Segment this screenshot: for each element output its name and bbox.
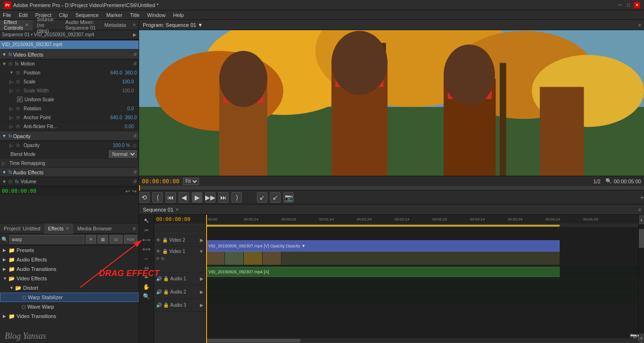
a3-lock-icon[interactable]: 🔒 (163, 302, 169, 308)
menu-marker[interactable]: Marker (106, 12, 122, 18)
tree-item-wave-warp[interactable]: ⬡ Wave Warp (0, 302, 139, 311)
v1-fx-icon[interactable]: fx (161, 256, 165, 261)
a3-arrow[interactable]: ▶ (200, 302, 204, 308)
tree-item-audio-effects[interactable]: ▶ 📁 Audio Effects (0, 255, 139, 264)
razor-tool[interactable]: ✂ (144, 227, 149, 234)
timeline-clip[interactable]: VID_20150926_092307.mp4 (0, 41, 139, 49)
v1-eye-icon[interactable]: 👁 (156, 249, 161, 254)
insert-button[interactable]: ↙ (257, 192, 267, 203)
position-toggle[interactable]: ▼ (9, 70, 16, 75)
v1-sync-icon[interactable]: ⟳ (156, 256, 160, 261)
32bit-button[interactable]: 32 (109, 235, 123, 244)
opacity-value-toggle[interactable]: ▷ (9, 143, 16, 148)
overwrite-button[interactable]: ↙ (270, 192, 281, 203)
step-forward-button[interactable]: ⏭ (218, 192, 229, 203)
volume-reset[interactable]: ↺ (133, 179, 137, 184)
menu-clip[interactable]: Clip (59, 12, 68, 18)
tab-effect-controls-close[interactable]: ✕ (25, 23, 29, 27)
anchor-point-toggle[interactable]: ▷ (9, 115, 16, 120)
audio-effects-reset[interactable]: ↺ (133, 170, 137, 175)
slide-tool[interactable]: ⇔ (144, 265, 149, 271)
opacity-reset[interactable]: ↺ (133, 133, 137, 139)
audio1-clip[interactable]: VID_20150926_092307.mp4 [A] (206, 267, 560, 277)
loop-button[interactable]: ⟲ (139, 192, 149, 203)
tree-item-presets[interactable]: ▶ 📁 Presets (0, 245, 139, 255)
tree-item-video-transitions[interactable]: ▶ 📁 Video Transitions (0, 311, 139, 321)
rotation-value[interactable]: 0.0 (127, 106, 134, 111)
video-effects-reset[interactable]: ↺ (133, 52, 137, 57)
v1-lock-icon[interactable]: 🔒 (162, 249, 168, 254)
tab-effects[interactable]: Effects ✕ (44, 223, 74, 234)
fit-select[interactable]: Fit (183, 178, 199, 185)
a3-mute-icon[interactable]: 🔊 (156, 302, 162, 308)
opacity-value[interactable]: 100.0 % (113, 143, 130, 148)
anchor-point-y[interactable]: 360.0 (125, 115, 137, 120)
scroll-thumb[interactable] (639, 229, 644, 248)
a2-lock-icon[interactable]: 🔒 (163, 289, 169, 294)
search-input[interactable] (9, 235, 84, 244)
monitor-menu-button[interactable]: ≡ (636, 22, 644, 28)
rotation-stopwatch[interactable]: ◷ (16, 106, 23, 111)
anchor-point-x[interactable]: 640.0 (110, 115, 122, 120)
scroll-down-button[interactable]: ▼ (639, 334, 644, 343)
frame-forward-button[interactable]: ▶▶ (205, 192, 215, 203)
scale-toggle[interactable]: ▷ (9, 79, 16, 84)
v2-arrow[interactable]: ▶ (200, 237, 204, 243)
motion-toggle[interactable]: ▼ (2, 61, 8, 66)
tab-effects-close[interactable]: ✕ (66, 226, 69, 231)
menu-file[interactable]: File (3, 12, 11, 18)
tab-metadata[interactable]: Metadata (100, 20, 130, 30)
close-button[interactable]: ✕ (634, 2, 640, 8)
menu-edit[interactable]: Edit (19, 12, 28, 18)
timeline-menu-button[interactable]: ≡ (636, 207, 644, 212)
scale-value[interactable]: 100.0 (122, 79, 134, 84)
a2-mute-icon[interactable]: 🔊 (156, 289, 162, 294)
selection-tool[interactable]: ↖ (144, 217, 149, 224)
time-remapping-toggle[interactable]: ▷ (2, 161, 8, 166)
motion-reset[interactable]: ↺ (133, 61, 137, 66)
tree-item-audio-transitions[interactable]: ▶ 📁 Audio Transitions (0, 264, 139, 274)
pen-tool[interactable]: ✒ (144, 274, 149, 281)
volume-toggle[interactable]: ▼ (2, 179, 8, 184)
volume-stopwatch[interactable]: ◷ (8, 179, 15, 184)
a1-mute-icon[interactable]: 🔊 (156, 276, 162, 281)
tc-loop-btn[interactable]: ↩ (125, 188, 130, 195)
sequence-expand-arrow[interactable]: ▶ (133, 32, 137, 37)
rotation-toggle[interactable]: ▷ (9, 106, 16, 111)
v2-eye-icon[interactable]: 👁 (156, 237, 161, 243)
time-ruler[interactable]: 00:00 00:00;14 00:00;29 00:01;14 00:01;2… (206, 215, 638, 224)
panel-menu-button[interactable]: ≡ (130, 22, 139, 27)
zoom-tool[interactable]: 🔍 (143, 293, 150, 300)
v2-lock-icon[interactable]: 🔒 (162, 237, 168, 243)
step-back-button[interactable]: ⏮ (165, 192, 176, 203)
new-bin-button[interactable]: ▦ (98, 235, 108, 244)
uniform-scale-checkbox[interactable]: ✓ (17, 97, 23, 102)
video-effects-toggle[interactable]: ▼ (2, 52, 7, 57)
frame-back-button[interactable]: ◀ (179, 192, 189, 203)
effects-panel-menu[interactable]: ≡ (130, 226, 139, 231)
video1-clip[interactable]: VID_20150926_092307.mp4 [V] Opacity:Opac… (206, 240, 560, 252)
tc-out-btn[interactable]: ↪ (132, 188, 137, 195)
hand-tool[interactable]: ✋ (143, 284, 150, 290)
position-stopwatch[interactable]: ◷ (16, 70, 23, 75)
menu-sequence[interactable]: Sequence (75, 12, 99, 18)
anti-flicker-toggle[interactable]: ▷ (9, 124, 16, 129)
position-y[interactable]: 360.0 (125, 70, 137, 75)
opacity-toggle[interactable]: ▼ (2, 133, 7, 139)
search-clear-button[interactable]: ✕ (86, 235, 96, 244)
tab-program-monitor[interactable]: Program: Sequence 01 ▼ (139, 20, 206, 30)
ripple-tool[interactable]: ⟷ (142, 237, 150, 243)
a1-lock-icon[interactable]: 🔒 (163, 276, 169, 281)
sequence01-tab-close[interactable]: ✕ (175, 207, 179, 212)
export-frame-button[interactable]: 📷 (283, 192, 294, 203)
tab-effect-controls[interactable]: Effect Controls ✕ (0, 20, 33, 30)
add-marker-button[interactable]: + (640, 194, 644, 201)
menu-window[interactable]: Window (147, 12, 165, 18)
opacity-keyframe[interactable]: ◇ (133, 143, 137, 148)
play-button[interactable]: ▶ (192, 192, 202, 203)
tab-audio-mixer[interactable]: Audio Mixer: Sequence 01 (62, 20, 101, 30)
tab-media-browser[interactable]: Media Browser (74, 223, 116, 234)
menu-help[interactable]: Help (173, 12, 184, 18)
opacity-stopwatch[interactable]: ◷ (16, 143, 23, 147)
anchor-point-stopwatch[interactable]: ◷ (16, 115, 23, 120)
